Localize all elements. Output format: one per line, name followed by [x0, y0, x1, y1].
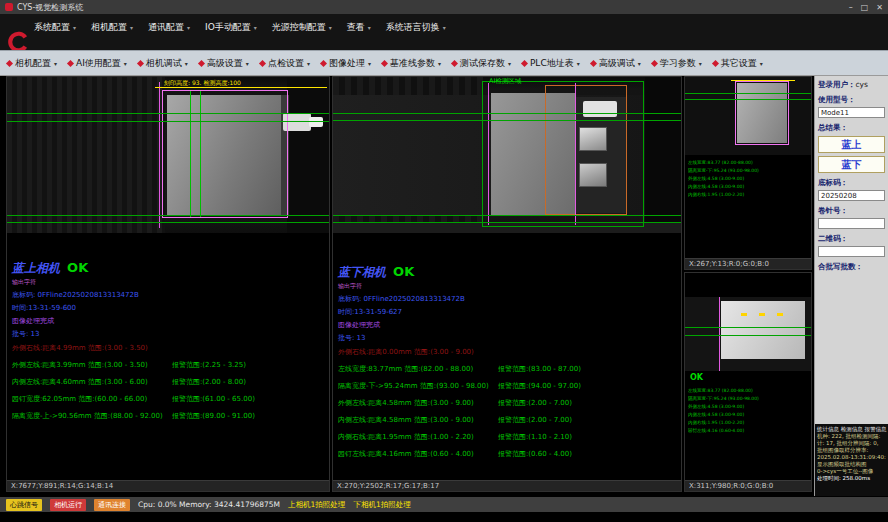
menu-label: IO手动配置 — [205, 21, 251, 34]
qr-label: 二维码： — [818, 234, 885, 244]
info-side-panel: 登录用户：cys 使用型号： Mode11 总结果： 蓝上 蓝下 底标码： 20… — [814, 76, 888, 496]
barcode-value-box[interactable]: 20250208 — [818, 190, 885, 201]
output-label: 输出字符 — [338, 282, 672, 291]
needle-value-box[interactable] — [818, 218, 885, 229]
menu-item-language-switch[interactable]: 系统语言切换▾ — [386, 21, 446, 34]
lower-camera-image[interactable]: AI检测区域 — [333, 77, 681, 233]
time-line: 时间:13-31-59-627 — [338, 307, 672, 317]
window-title: CYS-视觉检测系统 — [17, 2, 83, 13]
thumb-measure-line: 隔离宽度-下:95.24 (93.00-98.00) — [688, 396, 811, 401]
comm-status-badge: 通讯连接 — [94, 499, 130, 511]
toolbar-item-baseline-params[interactable]: 基准线参数▾ — [382, 57, 441, 70]
measurement-text: 隔离宽度-下->95.24mm 范围:(93.00 - 98.00) — [338, 381, 498, 391]
measurement-text: 左线宽度:83.77mm 范围:(82.00 - 88.00) — [338, 364, 498, 374]
measurement-row: 园钉宽度:62.05mm 范围:(60.00 - 66.00)报警范围:(61.… — [12, 394, 321, 404]
toolbar-label: 点检设置 — [268, 57, 304, 70]
measurement-text: 内侧左线:距离4.58mm 范围:(3.00 - 9.00) — [338, 415, 498, 425]
toolbar-item-camera-config[interactable]: 相机配置▾ — [7, 57, 57, 70]
connector-tip — [309, 117, 323, 127]
upper-camera-image[interactable]: 刻印高度: 93. 检测高度:100 — [7, 77, 329, 233]
menu-item-camera-config[interactable]: 相机配置▾ — [91, 21, 133, 34]
camera-name-label: 蓝下相机 — [338, 265, 386, 279]
menu-item-view[interactable]: 查看▾ — [347, 21, 371, 34]
thumbnail-bottom-text: 左线宽度:83.77 (82.00-88.00) 隔离宽度-下:95.24 (9… — [685, 385, 811, 433]
thumb-measure-line: 内侧左线:4.58 (3.00-9.00) — [688, 412, 811, 417]
measure-line-h2 — [685, 335, 811, 336]
chevron-down-icon: ▾ — [760, 60, 763, 67]
menu-item-io-manual-config[interactable]: IO手动配置▾ — [205, 21, 257, 34]
toolbar-item-advanced-debug[interactable]: 高级调试▾ — [591, 57, 641, 70]
toolbar-item-plc-address[interactable]: PLC地址表▾ — [522, 57, 580, 70]
toolbar-item-image-processing[interactable]: 图像处理▾ — [321, 57, 371, 70]
roi-rect — [162, 90, 288, 218]
chevron-down-icon: ▾ — [638, 60, 641, 67]
diamond-icon — [451, 59, 458, 66]
toolbar-item-other-settings[interactable]: 其它设置▾ — [713, 57, 763, 70]
chevron-down-icon: ▾ — [443, 24, 446, 31]
toolbar-label: 高级调试 — [599, 57, 635, 70]
chevron-down-icon: ▾ — [130, 24, 133, 31]
barcode-line: 底标码: 0FFline2025020813313472B — [338, 294, 672, 304]
stats-line: 显示图频取批结构图 — [817, 461, 887, 468]
toolbar-item-ai-config[interactable]: AI使用配置▾ — [68, 57, 127, 70]
model-value-box[interactable]: Mode11 — [818, 107, 885, 118]
chevron-down-icon: ▾ — [368, 60, 371, 67]
minimize-button[interactable]: – — [849, 3, 853, 12]
roi-rect — [735, 81, 789, 145]
diamond-icon — [259, 59, 266, 66]
thumbnail-top-text: 左线宽度:83.77 (82.00-88.00) 隔离宽度-下:95.24 (9… — [685, 157, 811, 197]
time-line: 时间:13-31-59-600 — [12, 303, 321, 313]
toolbar-item-learning-params[interactable]: 学习参数▾ — [652, 57, 702, 70]
measurement-row: 内侧左线:距离4.60mm 范围:(3.00 - 6.00)报警范围:(2.00… — [12, 377, 321, 387]
camera-status-badge: 相机运行 — [50, 499, 86, 511]
measurement-text: 内侧右线:距离1.95mm 范围:(1.00 - 2.20) — [338, 432, 498, 442]
thumbnail-bottom-image[interactable] — [685, 297, 811, 371]
edge-line — [159, 82, 160, 228]
upper-result-block: 蓝上相机 OK 输出字符 底标码: 0FFline202502081331347… — [12, 257, 321, 428]
pixel-coords-readout: X:267;Y:13;R:0;G:0;B:0 — [685, 258, 811, 269]
alarm-text: 报警范围:(2.00 - 8.00) — [172, 377, 321, 387]
menu-label: 相机配置 — [91, 21, 127, 34]
toolbar-label: 图像处理 — [329, 57, 365, 70]
chevron-down-icon: ▾ — [438, 60, 441, 67]
close-button[interactable]: ✕ — [876, 3, 883, 12]
diamond-icon — [137, 59, 144, 66]
thumbnail-top-panel: 左线宽度:83.77 (82.00-88.00) 隔离宽度-下:95.24 (9… — [684, 76, 812, 270]
alarm-text: 报警范围:(89.00 - 91.00) — [172, 411, 321, 421]
alarm-text: 报警范围:(61.00 - 65.00) — [172, 394, 321, 404]
needle-label: 卷针号： — [818, 206, 885, 216]
edge-line — [719, 297, 720, 371]
menu-item-light-control-config[interactable]: 光源控制配置▾ — [272, 21, 332, 34]
measurement-row: 左线宽度:83.77mm 范围:(82.00 - 88.00)报警范围:(83.… — [338, 364, 672, 374]
thumbnail-bottom-panel: OK 左线宽度:83.77 (82.00-88.00) 隔离宽度-下:95.24… — [684, 272, 812, 492]
stats-line: 2025.02.08-13:31:09:40: — [817, 454, 887, 461]
menu-label: 光源控制配置 — [272, 21, 326, 34]
status-bar: 心跳信号 相机运行 通讯连接 Cpu: 0.0% Memory: 3424.41… — [0, 497, 888, 512]
toolbar-item-advanced-settings[interactable]: 高级设置▾ — [199, 57, 249, 70]
chevron-down-icon: ▾ — [508, 60, 511, 67]
thumbnail-top-image[interactable] — [685, 77, 811, 155]
chevron-down-icon: ▾ — [254, 24, 257, 31]
toolbar-label: 相机调试 — [146, 57, 182, 70]
diamond-icon — [651, 59, 658, 66]
bright-block — [721, 301, 805, 359]
measurement-text: 外侧左线:距离4.58mm 范围:(3.00 - 9.00) — [338, 398, 498, 408]
batch-line: 批号: 13 — [12, 329, 321, 339]
result-box-upper: 蓝上 — [818, 136, 885, 153]
measurement-text: 内侧左线:距离4.60mm 范围:(3.00 - 6.00) — [12, 377, 172, 387]
thumb-measure-line: 左线宽度:83.77 (82.00-88.00) — [688, 388, 811, 393]
toolbar-item-test-save[interactable]: 测试保存数▾ — [452, 57, 511, 70]
toolbar-label: 其它设置 — [721, 57, 757, 70]
chevron-down-icon: ▾ — [187, 24, 190, 31]
diamond-icon — [320, 59, 327, 66]
menu-item-comm-config[interactable]: 通讯配置▾ — [148, 21, 190, 34]
qr-value-box[interactable] — [818, 246, 885, 257]
menu-item-system-config[interactable]: 系统配置▾ — [34, 21, 76, 34]
toolbar-item-camera-debug[interactable]: 相机调试▾ — [138, 57, 188, 70]
measurement-row: 内侧左线:距离4.58mm 范围:(3.00 - 9.00)报警范围:(2.00… — [338, 415, 672, 425]
measurement-row: 内侧右线:距离1.95mm 范围:(1.00 - 2.20)报警范围:(1.10… — [338, 432, 672, 442]
result-status: OK — [690, 373, 703, 382]
yellow-mark — [741, 313, 747, 316]
toolbar-item-spot-check[interactable]: 点检设置▾ — [260, 57, 310, 70]
maximize-button[interactable]: □ — [861, 3, 869, 12]
